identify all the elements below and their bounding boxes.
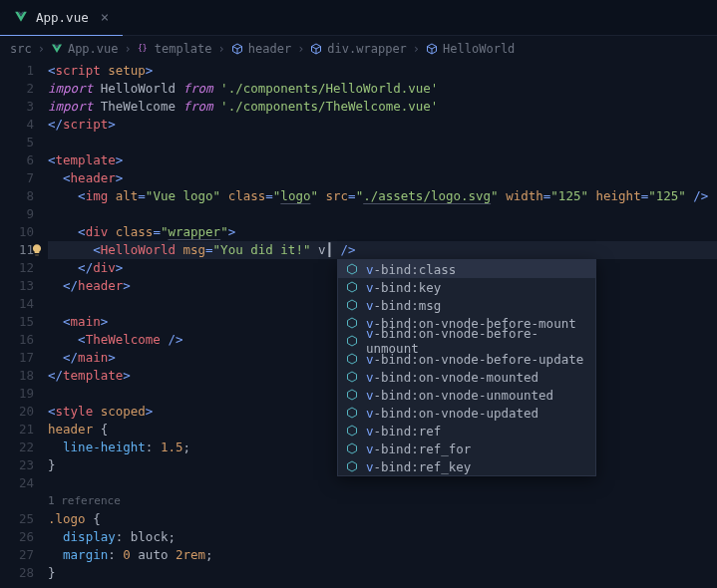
- code-line[interactable]: <HelloWorld msg="You did it!" v┃ />: [48, 241, 717, 259]
- line-number: 28: [0, 564, 34, 582]
- token: <: [48, 224, 86, 239]
- token: HelloWorld: [101, 242, 183, 257]
- token: width: [506, 188, 543, 203]
- token: .logo: [48, 511, 86, 526]
- suggest-item[interactable]: v-bind:ref: [338, 422, 595, 440]
- line-number: 23: [0, 456, 34, 474]
- code-line[interactable]: <header>: [48, 169, 717, 187]
- value-icon: [346, 263, 358, 275]
- breadcrumb-item[interactable]: div.wrapper: [310, 42, 406, 56]
- value-icon: [346, 425, 358, 437]
- value-icon: [346, 299, 358, 311]
- code-line[interactable]: import TheWelcome from './components/The…: [48, 98, 717, 116]
- line-number: 22: [0, 439, 34, 456]
- token: template: [56, 152, 116, 167]
- token: <: [48, 188, 86, 203]
- lightbulb-icon[interactable]: [30, 243, 44, 257]
- suggest-item[interactable]: v-bind:ref_for: [338, 440, 595, 457]
- token: class: [228, 188, 266, 203]
- token: ": [310, 188, 325, 203]
- breadcrumb-item[interactable]: {}template: [138, 42, 212, 56]
- breadcrumb-item[interactable]: App.vue: [51, 42, 119, 56]
- token: line-height: [63, 440, 146, 454]
- suggest-item[interactable]: v-bind:ref_key: [338, 457, 595, 475]
- code-line[interactable]: </script>: [48, 116, 717, 134]
- code-line[interactable]: <script setup>: [48, 62, 717, 80]
- code-line[interactable]: [48, 205, 717, 223]
- token: wrapper: [168, 224, 220, 239]
- breadcrumb: src›App.vue›{}template›header›div.wrappe…: [0, 36, 717, 62]
- code-line[interactable]: [48, 474, 717, 492]
- line-number: 16: [0, 331, 34, 349]
- token: './components/TheWelcome.vue': [220, 99, 438, 114]
- vue-icon: [51, 43, 63, 55]
- close-icon[interactable]: ×: [101, 9, 109, 25]
- token: 2rem: [176, 547, 205, 562]
- text-cursor: ┃: [325, 242, 333, 257]
- code-line[interactable]: margin: 0 auto 2rem;: [48, 546, 717, 564]
- token: div: [86, 224, 116, 239]
- breadcrumb-separator: ›: [125, 42, 132, 56]
- token: [213, 99, 221, 114]
- breadcrumb-separator: ›: [218, 42, 225, 56]
- code-line[interactable]: import HelloWorld from './components/Hel…: [48, 80, 717, 98]
- token: />: [333, 242, 356, 257]
- token: 0: [123, 547, 131, 562]
- editor[interactable]: 123456789101112131415161718192021222324 …: [0, 62, 717, 582]
- value-icon: [346, 371, 358, 383]
- suggest-label: v-bind:key: [366, 280, 441, 295]
- breadcrumb-separator: ›: [297, 42, 304, 56]
- suggest-item[interactable]: v-bind:on-vnode-updated: [338, 404, 595, 422]
- suggest-item[interactable]: v-bind:on-vnode-before-unmount: [338, 332, 595, 350]
- code-line[interactable]: .logo {: [48, 510, 717, 528]
- line-number: 21: [0, 421, 34, 439]
- token: =: [265, 188, 273, 203]
- token: style: [56, 404, 101, 419]
- suggest-label: v-bind:ref_key: [366, 459, 471, 474]
- line-number: 9: [0, 205, 34, 223]
- token: </: [48, 260, 93, 275]
- value-icon: [346, 460, 358, 472]
- line-number: 14: [0, 295, 34, 313]
- breadcrumb-label: HelloWorld: [443, 42, 515, 56]
- token: from: [182, 99, 212, 114]
- value-icon: [346, 389, 358, 401]
- token: header: [71, 170, 116, 185]
- code-line[interactable]: display: block;: [48, 528, 717, 546]
- code-line[interactable]: <div class="wrapper">: [48, 223, 717, 241]
- token: </: [48, 117, 63, 132]
- code-line[interactable]: [48, 134, 717, 151]
- suggest-item[interactable]: v-bind:on-vnode-mounted: [338, 368, 595, 386]
- breadcrumb-item[interactable]: HelloWorld: [426, 42, 515, 56]
- tab-app-vue[interactable]: App.vue ×: [0, 0, 123, 36]
- token: "125": [550, 188, 595, 203]
- breadcrumb-item[interactable]: src: [10, 42, 32, 56]
- token: "125": [648, 188, 693, 203]
- code-area[interactable]: v-bind:classv-bind:keyv-bind:msgv-bind:o…: [48, 62, 717, 582]
- code-line[interactable]: <template>: [48, 151, 717, 169]
- token: [48, 440, 63, 454]
- token: scoped: [101, 404, 146, 419]
- line-number: 17: [0, 349, 34, 367]
- token: class: [116, 224, 154, 239]
- suggest-item[interactable]: v-bind:msg: [338, 296, 595, 314]
- code-line[interactable]: }: [48, 564, 717, 582]
- token: 1.5: [161, 440, 183, 454]
- suggest-item[interactable]: v-bind:on-vnode-unmounted: [338, 386, 595, 404]
- token: [213, 81, 221, 96]
- vue-icon: [14, 10, 28, 24]
- breadcrumb-item[interactable]: header: [231, 42, 291, 56]
- token: >: [116, 152, 124, 167]
- token: }: [48, 457, 56, 472]
- suggest-item[interactable]: v-bind:key: [338, 278, 595, 296]
- breadcrumb-separator: ›: [38, 42, 45, 56]
- suggest-widget[interactable]: v-bind:classv-bind:keyv-bind:msgv-bind:o…: [337, 259, 596, 476]
- token: <: [48, 242, 101, 257]
- codelens[interactable]: 1 reference: [48, 492, 717, 510]
- value-icon: [346, 335, 358, 347]
- suggest-item[interactable]: v-bind:class: [338, 260, 595, 278]
- suggest-item[interactable]: v-bind:on-vnode-before-update: [338, 350, 595, 368]
- token: >: [123, 278, 131, 293]
- code-line[interactable]: <img alt="Vue logo" class="logo" src="./…: [48, 187, 717, 205]
- token: TheWelcome: [86, 332, 169, 347]
